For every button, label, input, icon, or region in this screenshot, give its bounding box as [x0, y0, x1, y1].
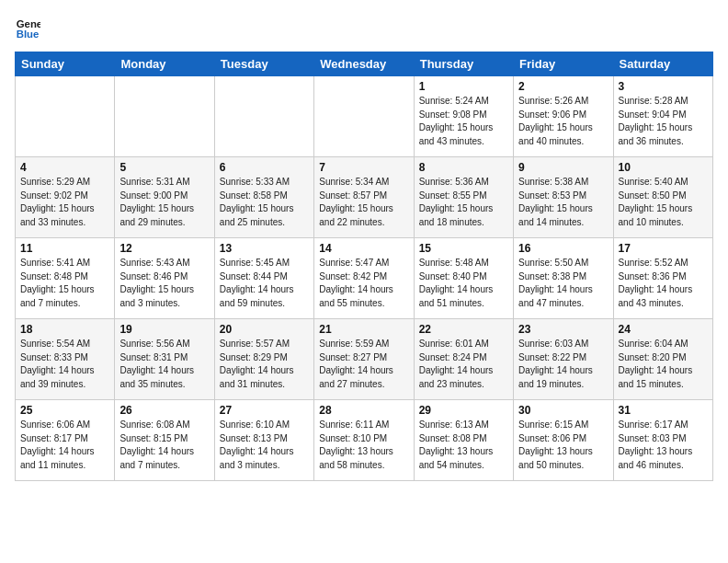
day-number: 5 [119, 161, 209, 174]
page-header: General Blue [15, 15, 713, 40]
calendar-cell: 14Sunrise: 5:47 AM Sunset: 8:42 PM Dayli… [314, 238, 414, 319]
calendar-cell: 22Sunrise: 6:01 AM Sunset: 8:24 PM Dayli… [414, 319, 513, 400]
calendar-cell: 25Sunrise: 6:06 AM Sunset: 8:17 PM Dayli… [16, 400, 115, 481]
weekday-header-saturday: Saturday [613, 52, 712, 76]
day-number: 19 [119, 323, 209, 336]
calendar-cell: 5Sunrise: 5:31 AM Sunset: 9:00 PM Daylig… [115, 157, 214, 238]
calendar-cell: 13Sunrise: 5:45 AM Sunset: 8:44 PM Dayli… [214, 238, 313, 319]
day-number: 17 [619, 242, 708, 255]
day-number: 20 [220, 323, 309, 336]
day-info: Sunrise: 5:31 AM Sunset: 9:00 PM Dayligh… [119, 176, 209, 229]
day-number: 8 [419, 161, 508, 174]
calendar-cell: 7Sunrise: 5:34 AM Sunset: 8:57 PM Daylig… [314, 157, 414, 238]
day-number: 1 [419, 80, 508, 93]
day-info: Sunrise: 5:56 AM Sunset: 8:31 PM Dayligh… [119, 338, 209, 391]
week-row-4: 18Sunrise: 5:54 AM Sunset: 8:33 PM Dayli… [16, 319, 713, 400]
calendar-cell [314, 76, 414, 157]
day-number: 27 [220, 404, 309, 417]
day-info: Sunrise: 6:03 AM Sunset: 8:22 PM Dayligh… [518, 338, 608, 391]
day-info: Sunrise: 5:48 AM Sunset: 8:40 PM Dayligh… [419, 257, 508, 310]
week-row-1: 1Sunrise: 5:24 AM Sunset: 9:08 PM Daylig… [16, 76, 713, 157]
day-info: Sunrise: 5:57 AM Sunset: 8:29 PM Dayligh… [220, 338, 309, 391]
day-number: 22 [419, 323, 508, 336]
day-number: 14 [319, 242, 408, 255]
day-number: 28 [319, 404, 408, 417]
logo: General Blue [15, 15, 46, 40]
weekday-header-sunday: Sunday [16, 52, 115, 76]
calendar-cell: 19Sunrise: 5:56 AM Sunset: 8:31 PM Dayli… [115, 319, 214, 400]
day-info: Sunrise: 6:01 AM Sunset: 8:24 PM Dayligh… [419, 338, 508, 391]
calendar-cell: 27Sunrise: 6:10 AM Sunset: 8:13 PM Dayli… [214, 400, 313, 481]
weekday-header-monday: Monday [115, 52, 214, 76]
calendar-cell: 9Sunrise: 5:38 AM Sunset: 8:53 PM Daylig… [514, 157, 613, 238]
weekday-header-wednesday: Wednesday [314, 52, 414, 76]
week-row-5: 25Sunrise: 6:06 AM Sunset: 8:17 PM Dayli… [16, 400, 713, 481]
calendar-cell [115, 76, 214, 157]
day-info: Sunrise: 5:40 AM Sunset: 8:50 PM Dayligh… [619, 176, 708, 229]
calendar-cell: 28Sunrise: 6:11 AM Sunset: 8:10 PM Dayli… [314, 400, 414, 481]
day-number: 11 [20, 242, 109, 255]
weekday-header-friday: Friday [514, 52, 613, 76]
day-info: Sunrise: 6:17 AM Sunset: 8:03 PM Dayligh… [619, 419, 708, 472]
day-info: Sunrise: 5:34 AM Sunset: 8:57 PM Dayligh… [319, 176, 408, 229]
day-number: 9 [518, 161, 608, 174]
day-info: Sunrise: 5:47 AM Sunset: 8:42 PM Dayligh… [319, 257, 408, 310]
calendar-cell: 4Sunrise: 5:29 AM Sunset: 9:02 PM Daylig… [16, 157, 115, 238]
day-number: 3 [619, 80, 708, 93]
day-info: Sunrise: 6:13 AM Sunset: 8:08 PM Dayligh… [419, 419, 508, 472]
day-number: 6 [220, 161, 309, 174]
day-info: Sunrise: 6:10 AM Sunset: 8:13 PM Dayligh… [220, 419, 309, 472]
calendar-cell: 29Sunrise: 6:13 AM Sunset: 8:08 PM Dayli… [414, 400, 513, 481]
calendar-cell: 24Sunrise: 6:04 AM Sunset: 8:20 PM Dayli… [613, 319, 712, 400]
day-number: 10 [619, 161, 708, 174]
day-info: Sunrise: 5:24 AM Sunset: 9:08 PM Dayligh… [419, 95, 508, 148]
day-info: Sunrise: 5:26 AM Sunset: 9:06 PM Dayligh… [518, 95, 608, 148]
day-info: Sunrise: 5:36 AM Sunset: 8:55 PM Dayligh… [419, 176, 508, 229]
calendar-cell: 3Sunrise: 5:28 AM Sunset: 9:04 PM Daylig… [613, 76, 712, 157]
day-info: Sunrise: 6:06 AM Sunset: 8:17 PM Dayligh… [20, 419, 109, 472]
day-number: 21 [319, 323, 408, 336]
day-info: Sunrise: 6:15 AM Sunset: 8:06 PM Dayligh… [518, 419, 608, 472]
calendar-cell: 15Sunrise: 5:48 AM Sunset: 8:40 PM Dayli… [414, 238, 513, 319]
calendar-cell: 26Sunrise: 6:08 AM Sunset: 8:15 PM Dayli… [115, 400, 214, 481]
day-number: 23 [518, 323, 608, 336]
day-info: Sunrise: 5:41 AM Sunset: 8:48 PM Dayligh… [20, 257, 109, 310]
calendar-cell: 17Sunrise: 5:52 AM Sunset: 8:36 PM Dayli… [613, 238, 712, 319]
logo-icon: General Blue [15, 15, 40, 40]
calendar-cell: 10Sunrise: 5:40 AM Sunset: 8:50 PM Dayli… [613, 157, 712, 238]
calendar-cell [16, 76, 115, 157]
week-row-2: 4Sunrise: 5:29 AM Sunset: 9:02 PM Daylig… [16, 157, 713, 238]
svg-text:Blue: Blue [17, 29, 40, 40]
day-number: 7 [319, 161, 408, 174]
day-info: Sunrise: 6:08 AM Sunset: 8:15 PM Dayligh… [119, 419, 209, 472]
calendar-cell [214, 76, 313, 157]
calendar-cell: 31Sunrise: 6:17 AM Sunset: 8:03 PM Dayli… [613, 400, 712, 481]
day-info: Sunrise: 5:29 AM Sunset: 9:02 PM Dayligh… [20, 176, 109, 229]
day-number: 31 [619, 404, 708, 417]
day-info: Sunrise: 5:45 AM Sunset: 8:44 PM Dayligh… [220, 257, 309, 310]
day-number: 30 [518, 404, 608, 417]
week-row-3: 11Sunrise: 5:41 AM Sunset: 8:48 PM Dayli… [16, 238, 713, 319]
calendar-cell: 2Sunrise: 5:26 AM Sunset: 9:06 PM Daylig… [514, 76, 613, 157]
calendar-table: SundayMondayTuesdayWednesdayThursdayFrid… [15, 52, 713, 481]
calendar-cell: 18Sunrise: 5:54 AM Sunset: 8:33 PM Dayli… [16, 319, 115, 400]
day-number: 13 [220, 242, 309, 255]
day-info: Sunrise: 5:59 AM Sunset: 8:27 PM Dayligh… [319, 338, 408, 391]
day-number: 26 [119, 404, 209, 417]
calendar-cell: 30Sunrise: 6:15 AM Sunset: 8:06 PM Dayli… [514, 400, 613, 481]
day-number: 16 [518, 242, 608, 255]
calendar-cell: 11Sunrise: 5:41 AM Sunset: 8:48 PM Dayli… [16, 238, 115, 319]
day-number: 4 [20, 161, 109, 174]
day-number: 25 [20, 404, 109, 417]
day-number: 29 [419, 404, 508, 417]
day-info: Sunrise: 5:52 AM Sunset: 8:36 PM Dayligh… [619, 257, 708, 310]
day-info: Sunrise: 6:11 AM Sunset: 8:10 PM Dayligh… [319, 419, 408, 472]
day-number: 18 [20, 323, 109, 336]
weekday-header-row: SundayMondayTuesdayWednesdayThursdayFrid… [16, 52, 713, 76]
calendar-cell: 20Sunrise: 5:57 AM Sunset: 8:29 PM Dayli… [214, 319, 313, 400]
calendar-cell: 6Sunrise: 5:33 AM Sunset: 8:58 PM Daylig… [214, 157, 313, 238]
calendar-cell: 16Sunrise: 5:50 AM Sunset: 8:38 PM Dayli… [514, 238, 613, 319]
calendar-cell: 21Sunrise: 5:59 AM Sunset: 8:27 PM Dayli… [314, 319, 414, 400]
calendar-cell: 23Sunrise: 6:03 AM Sunset: 8:22 PM Dayli… [514, 319, 613, 400]
day-info: Sunrise: 5:50 AM Sunset: 8:38 PM Dayligh… [518, 257, 608, 310]
